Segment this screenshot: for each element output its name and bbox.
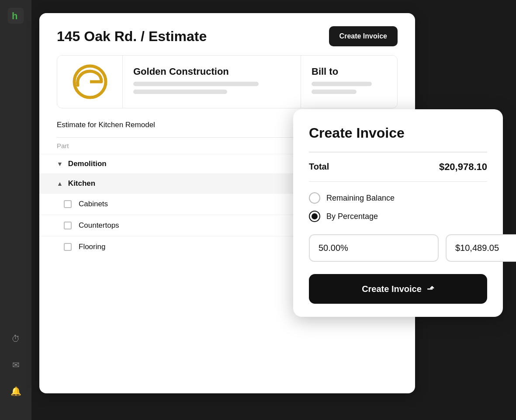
modal-title: Create Invoice [309,125,487,141]
remaining-balance-label: Remaining Balance [326,194,395,203]
col-part-header: Part [57,142,319,149]
company-info-cell: Golden Construction [123,56,301,108]
create-invoice-modal-button[interactable]: Create Invoice ⬏ [309,274,487,304]
title-prefix: 145 Oak Rd. / [57,28,145,44]
bill-to-cell: Bill to [301,56,397,108]
remaining-balance-option[interactable]: Remaining Balance [309,192,487,204]
percentage-input[interactable] [309,234,439,262]
by-percentage-label: By Percentage [326,212,378,221]
kitchen-chevron: ▲ [57,180,63,187]
modal-divider-1 [309,152,487,153]
kitchen-label: Kitchen [68,179,95,188]
flooring-checkbox[interactable] [64,243,72,251]
cabinets-checkbox[interactable] [64,200,72,208]
bell-icon[interactable]: 🔔 [8,383,24,399]
company-name: Golden Construction [133,66,290,77]
modal-total-label: Total [309,162,329,172]
countertops-label: Countertops [79,221,328,230]
title-bold: Estimate [149,28,207,44]
page-title: 145 Oak Rd. / Estimate [57,28,207,45]
countertops-checkbox[interactable] [64,222,72,229]
mail-icon[interactable]: ✉ [8,357,24,373]
radio-group: Remaining Balance By Percentage [309,192,487,222]
company-strip: Golden Construction Bill to [57,55,398,108]
company-line-2 [133,90,227,94]
demolition-label: Demolition [68,160,107,168]
estimate-label: Estimate for Kitchen Remodel [57,121,155,129]
by-percentage-option[interactable]: By Percentage [309,211,487,222]
create-invoice-modal-label: Create Invoice [362,284,422,294]
create-invoice-header-button[interactable]: Create Invoice [329,26,398,46]
by-percentage-radio-inner [312,213,318,219]
main-header: 145 Oak Rd. / Estimate Create Invoice [39,13,415,55]
sidebar-bottom-icons: ⏱ ✉ 🔔 [8,331,24,412]
remaining-balance-radio[interactable] [309,192,320,204]
modal-divider-2 [309,181,487,182]
amount-input[interactable] [446,234,516,262]
bill-to-line-2 [312,90,357,94]
flooring-label: Flooring [79,243,328,251]
svg-text:h: h [12,10,17,21]
by-percentage-radio[interactable] [309,211,320,222]
cabinets-label: Cabinets [79,200,328,208]
modal-total-row: Total $20,978.10 [309,161,487,173]
company-line-1 [133,82,259,86]
cursor-icon: ⬏ [427,284,434,294]
sidebar: h ⏱ ✉ 🔔 [0,0,31,420]
create-invoice-modal: Create Invoice Total $20,978.10 Remainin… [293,109,503,317]
demolition-chevron: ▼ [57,160,63,167]
inputs-row [309,234,487,262]
company-logo-cell [57,56,123,108]
company-logo [73,64,107,99]
sidebar-logo[interactable]: h [8,8,24,24]
bill-to-line-1 [312,82,372,86]
bill-to-label: Bill to [312,66,387,77]
modal-total-value: $20,978.10 [439,161,487,173]
clock-icon[interactable]: ⏱ [8,331,24,347]
